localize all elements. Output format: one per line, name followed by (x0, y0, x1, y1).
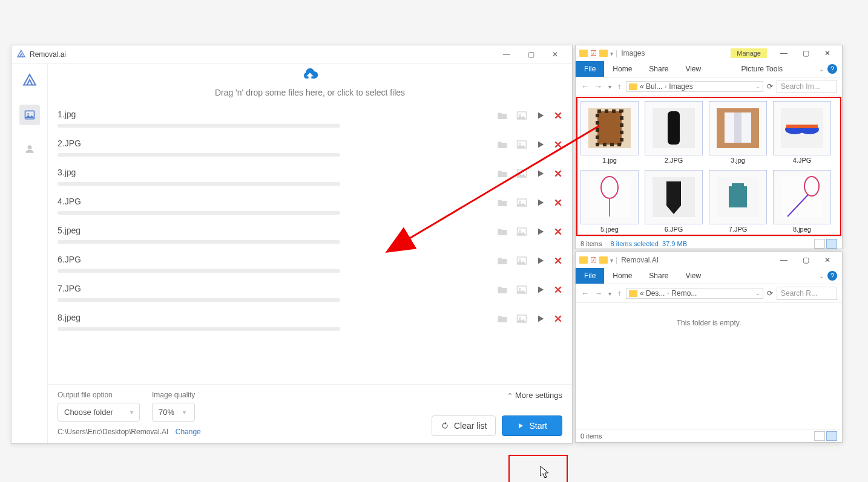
file-thumbnail[interactable]: 5.jpeg (580, 170, 639, 233)
file-thumbnail[interactable]: 4.JPG (773, 101, 831, 164)
ribbon-share[interactable]: Share (640, 61, 677, 77)
explorer-content[interactable]: This folder is empty. (576, 303, 842, 429)
remove-icon[interactable] (554, 314, 562, 325)
minimize-button[interactable]: — (773, 49, 795, 57)
remove-icon[interactable] (554, 198, 562, 209)
maximize-button[interactable]: ▢ (795, 49, 817, 57)
thumbnail-name: 2.JPG (645, 157, 703, 164)
maximize-button[interactable]: ▢ (795, 256, 817, 264)
manage-tab[interactable]: Manage (731, 48, 767, 58)
open-folder-icon[interactable] (497, 140, 508, 152)
open-folder-icon[interactable] (497, 256, 508, 268)
maximize-button[interactable]: ▢ (519, 47, 543, 62)
play-icon[interactable] (536, 198, 545, 210)
play-icon[interactable] (536, 140, 545, 152)
sidebar-logo-icon[interactable] (19, 71, 40, 91)
remove-icon[interactable] (554, 111, 562, 122)
play-icon[interactable] (536, 314, 545, 326)
remove-icon[interactable] (554, 140, 562, 151)
file-thumbnail[interactable]: 7.JPG (709, 170, 767, 233)
nav-forward-icon[interactable]: → (594, 82, 603, 91)
output-folder-select[interactable]: Choose folder▾ (58, 403, 140, 422)
file-thumbnail[interactable]: 3.jpg (709, 101, 767, 164)
ribbon-collapse-icon[interactable]: ⌄ (819, 273, 824, 279)
play-icon[interactable] (536, 169, 545, 181)
image-icon[interactable] (516, 169, 527, 181)
image-icon[interactable] (516, 111, 527, 123)
image-icon[interactable] (516, 285, 527, 297)
refresh-icon[interactable]: ⟳ (767, 289, 773, 298)
nav-back-icon[interactable]: ← (580, 289, 590, 298)
minimize-button[interactable]: — (773, 256, 795, 264)
ribbon-home[interactable]: Home (604, 268, 640, 284)
play-icon (517, 422, 524, 429)
ribbon-file[interactable]: File (576, 268, 604, 284)
nav-forward-icon[interactable]: → (594, 289, 603, 298)
image-icon[interactable] (516, 314, 527, 326)
image-icon[interactable] (516, 140, 527, 152)
quality-select[interactable]: 70%▾ (152, 403, 195, 422)
refresh-icon[interactable]: ⟳ (767, 82, 773, 91)
close-button[interactable]: ✕ (543, 47, 567, 62)
ribbon-file[interactable]: File (576, 61, 604, 77)
change-link[interactable]: Change (176, 428, 201, 436)
ribbon-view[interactable]: View (677, 61, 709, 77)
ribbon-share[interactable]: Share (640, 268, 677, 284)
file-name: 4.JPG (58, 197, 562, 206)
close-button[interactable]: ✕ (817, 256, 838, 264)
svg-rect-37 (781, 177, 823, 217)
remove-icon[interactable] (554, 256, 562, 267)
help-icon[interactable]: ? (827, 64, 837, 74)
play-icon[interactable] (536, 111, 545, 123)
nav-up-icon[interactable]: ↑ (616, 289, 622, 298)
search-input[interactable]: Search Im... (777, 80, 837, 93)
explorer-content-selected[interactable]: 1.jpg2.JPG3.jpg4.JPG5.jpeg6.JPG7.JPG8.jp… (576, 96, 842, 236)
open-folder-icon[interactable] (497, 314, 508, 326)
ribbon-collapse-icon[interactable]: ⌄ (819, 66, 824, 73)
open-folder-icon[interactable] (497, 111, 508, 123)
nav-up-icon[interactable]: ↑ (616, 82, 622, 91)
open-folder-icon[interactable] (497, 169, 508, 181)
dropzone-text: Drag 'n' drop some files here, or click … (48, 88, 572, 97)
explorer-output-window: ☑ ▾ | Removal.AI — ▢ ✕ File Home Share V… (575, 252, 843, 443)
dropzone[interactable]: Drag 'n' drop some files here, or click … (48, 64, 572, 105)
nav-recent-icon[interactable]: ▾ (607, 83, 613, 90)
view-thumbnails-icon[interactable] (826, 239, 837, 249)
view-thumbnails-icon[interactable] (826, 431, 837, 441)
minimize-button[interactable]: — (495, 47, 519, 62)
address-box[interactable]: « Bul... › Images ⌄ (626, 81, 763, 92)
close-button[interactable]: ✕ (817, 49, 838, 57)
start-button[interactable]: Start (502, 415, 562, 436)
play-icon[interactable] (536, 227, 545, 239)
nav-recent-icon[interactable]: ▾ (607, 290, 613, 297)
remove-icon[interactable] (554, 285, 562, 296)
sidebar-images-icon[interactable] (19, 105, 40, 125)
open-folder-icon[interactable] (497, 285, 508, 297)
view-details-icon[interactable] (814, 431, 825, 441)
sidebar-profile-icon[interactable] (19, 138, 40, 159)
remove-icon[interactable] (554, 169, 562, 180)
open-folder-icon[interactable] (497, 198, 508, 210)
file-thumbnail[interactable]: 6.JPG (645, 170, 703, 233)
image-icon[interactable] (516, 198, 527, 210)
search-input[interactable]: Search R... (777, 287, 837, 300)
view-details-icon[interactable] (814, 239, 825, 249)
chevron-down-icon: ▾ (183, 409, 186, 415)
file-thumbnail[interactable]: 2.JPG (645, 101, 703, 164)
open-folder-icon[interactable] (497, 227, 508, 239)
ribbon-view[interactable]: View (677, 268, 709, 284)
remove-icon[interactable] (554, 227, 562, 238)
more-settings-toggle[interactable]: ⌃ More settings (507, 391, 562, 400)
image-icon[interactable] (516, 256, 527, 268)
ribbon-home[interactable]: Home (604, 61, 640, 77)
address-box[interactable]: « Des... › Remo... ⌄ (626, 288, 763, 299)
file-thumbnail[interactable]: 8.jpeg (773, 170, 831, 233)
play-icon[interactable] (536, 285, 545, 297)
file-thumbnail[interactable]: 1.jpg (580, 101, 639, 164)
clear-list-button[interactable]: Clear list (432, 415, 496, 436)
help-icon[interactable]: ? (827, 271, 837, 281)
play-icon[interactable] (536, 256, 545, 268)
nav-back-icon[interactable]: ← (580, 82, 590, 91)
ribbon-picture-tools[interactable]: Picture Tools (733, 61, 791, 77)
image-icon[interactable] (516, 227, 527, 239)
